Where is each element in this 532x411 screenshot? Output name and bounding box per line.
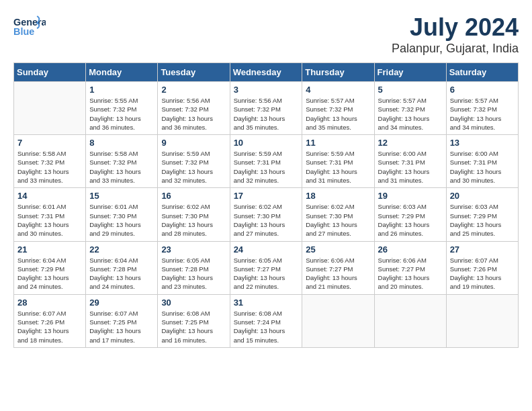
day-number: 28: [17, 298, 82, 308]
calendar-cell: 31Sunrise: 6:08 AMSunset: 7:24 PMDayligh…: [230, 294, 302, 347]
day-info: Sunrise: 6:08 AMSunset: 7:24 PMDaylight:…: [234, 309, 299, 345]
calendar-cell: 26Sunrise: 6:06 AMSunset: 7:27 PMDayligh…: [374, 241, 446, 294]
calendar-cell: 18Sunrise: 6:02 AMSunset: 7:30 PMDayligh…: [302, 188, 374, 241]
day-number: 9: [161, 138, 226, 148]
day-info: Sunrise: 6:07 AMSunset: 7:25 PMDaylight:…: [89, 309, 154, 345]
day-number: 15: [89, 191, 154, 201]
day-number: 7: [17, 138, 82, 148]
logo: General Blue: [13, 13, 46, 40]
day-number: 18: [306, 191, 370, 201]
weekday-header-row: SundayMondayTuesdayWednesdayThursdayFrid…: [14, 63, 519, 82]
calendar-cell: 28Sunrise: 6:07 AMSunset: 7:26 PMDayligh…: [14, 294, 86, 347]
day-number: 19: [378, 191, 443, 201]
calendar-cell: 5Sunrise: 5:57 AMSunset: 7:32 PMDaylight…: [374, 82, 446, 135]
day-number: 14: [17, 191, 82, 201]
day-info: Sunrise: 5:56 AMSunset: 7:32 PMDaylight:…: [234, 96, 299, 132]
calendar-cell: 14Sunrise: 6:01 AMSunset: 7:31 PMDayligh…: [14, 188, 86, 241]
day-number: 6: [450, 85, 515, 95]
day-number: 31: [234, 298, 299, 308]
calendar-cell: [374, 294, 446, 347]
day-info: Sunrise: 6:04 AMSunset: 7:29 PMDaylight:…: [17, 256, 82, 291]
day-number: 30: [161, 298, 226, 308]
day-number: 20: [450, 191, 515, 201]
day-info: Sunrise: 6:00 AMSunset: 7:31 PMDaylight:…: [378, 149, 443, 185]
day-number: 3: [234, 85, 299, 95]
calendar-cell: [14, 82, 86, 135]
day-number: 5: [378, 85, 443, 95]
week-row-2: 7Sunrise: 5:58 AMSunset: 7:32 PMDaylight…: [14, 135, 519, 188]
day-info: Sunrise: 6:00 AMSunset: 7:31 PMDaylight:…: [450, 149, 515, 185]
svg-text:General: General: [13, 17, 46, 28]
page-header: General Blue July 2024 Palanpur, Gujarat…: [13, 13, 519, 56]
calendar-cell: 13Sunrise: 6:00 AMSunset: 7:31 PMDayligh…: [446, 135, 518, 188]
calendar-cell: [302, 294, 374, 347]
day-info: Sunrise: 6:02 AMSunset: 7:30 PMDaylight:…: [306, 202, 370, 238]
calendar-cell: 11Sunrise: 5:59 AMSunset: 7:31 PMDayligh…: [302, 135, 374, 188]
day-info: Sunrise: 6:07 AMSunset: 7:26 PMDaylight:…: [450, 256, 515, 291]
day-number: 1: [89, 85, 154, 95]
day-number: 21: [17, 244, 82, 255]
day-number: 26: [378, 244, 443, 255]
day-info: Sunrise: 6:02 AMSunset: 7:30 PMDaylight:…: [234, 202, 299, 238]
day-info: Sunrise: 5:59 AMSunset: 7:31 PMDaylight:…: [306, 149, 370, 185]
calendar-cell: 30Sunrise: 6:08 AMSunset: 7:25 PMDayligh…: [158, 294, 230, 347]
week-row-1: 1Sunrise: 5:55 AMSunset: 7:32 PMDaylight…: [14, 82, 519, 135]
day-number: 17: [234, 191, 299, 201]
logo-icon: General Blue: [13, 13, 46, 40]
weekday-header-tuesday: Tuesday: [158, 63, 230, 82]
day-info: Sunrise: 6:07 AMSunset: 7:26 PMDaylight:…: [17, 309, 82, 345]
calendar-cell: 3Sunrise: 5:56 AMSunset: 7:32 PMDaylight…: [230, 82, 302, 135]
day-info: Sunrise: 6:06 AMSunset: 7:27 PMDaylight:…: [306, 256, 370, 291]
day-number: 8: [89, 138, 154, 148]
day-info: Sunrise: 6:04 AMSunset: 7:28 PMDaylight:…: [89, 256, 154, 291]
day-info: Sunrise: 6:01 AMSunset: 7:30 PMDaylight:…: [89, 202, 154, 238]
day-info: Sunrise: 6:02 AMSunset: 7:30 PMDaylight:…: [161, 202, 226, 238]
calendar-table: SundayMondayTuesdayWednesdayThursdayFrid…: [13, 62, 519, 348]
day-number: 4: [306, 85, 370, 95]
calendar-cell: 29Sunrise: 6:07 AMSunset: 7:25 PMDayligh…: [86, 294, 158, 347]
calendar-cell: 23Sunrise: 6:05 AMSunset: 7:28 PMDayligh…: [158, 241, 230, 294]
day-number: 25: [306, 244, 370, 255]
calendar-cell: 20Sunrise: 6:03 AMSunset: 7:29 PMDayligh…: [446, 188, 518, 241]
day-info: Sunrise: 5:55 AMSunset: 7:32 PMDaylight:…: [89, 96, 154, 132]
calendar-cell: 21Sunrise: 6:04 AMSunset: 7:29 PMDayligh…: [14, 241, 86, 294]
svg-text:Blue: Blue: [13, 26, 34, 37]
day-number: 24: [234, 244, 299, 255]
calendar-cell: 15Sunrise: 6:01 AMSunset: 7:30 PMDayligh…: [86, 188, 158, 241]
weekday-header-saturday: Saturday: [446, 63, 518, 82]
day-info: Sunrise: 5:59 AMSunset: 7:32 PMDaylight:…: [161, 149, 226, 185]
day-info: Sunrise: 5:58 AMSunset: 7:32 PMDaylight:…: [17, 149, 82, 185]
calendar-cell: 6Sunrise: 5:57 AMSunset: 7:32 PMDaylight…: [446, 82, 518, 135]
week-row-3: 14Sunrise: 6:01 AMSunset: 7:31 PMDayligh…: [14, 188, 519, 241]
calendar-cell: 12Sunrise: 6:00 AMSunset: 7:31 PMDayligh…: [374, 135, 446, 188]
day-number: 27: [450, 244, 515, 255]
day-info: Sunrise: 6:08 AMSunset: 7:25 PMDaylight:…: [161, 309, 226, 345]
weekday-header-sunday: Sunday: [14, 63, 86, 82]
day-info: Sunrise: 6:05 AMSunset: 7:27 PMDaylight:…: [234, 256, 299, 291]
day-info: Sunrise: 6:05 AMSunset: 7:28 PMDaylight:…: [161, 256, 226, 291]
day-info: Sunrise: 6:03 AMSunset: 7:29 PMDaylight:…: [378, 202, 443, 238]
weekday-header-thursday: Thursday: [302, 63, 374, 82]
day-number: 16: [161, 191, 226, 201]
calendar-cell: 24Sunrise: 6:05 AMSunset: 7:27 PMDayligh…: [230, 241, 302, 294]
calendar-cell: 9Sunrise: 5:59 AMSunset: 7:32 PMDaylight…: [158, 135, 230, 188]
day-info: Sunrise: 5:57 AMSunset: 7:32 PMDaylight:…: [378, 96, 443, 132]
week-row-4: 21Sunrise: 6:04 AMSunset: 7:29 PMDayligh…: [14, 241, 519, 294]
day-number: 22: [89, 244, 154, 255]
day-info: Sunrise: 5:58 AMSunset: 7:32 PMDaylight:…: [89, 149, 154, 185]
calendar-cell: 16Sunrise: 6:02 AMSunset: 7:30 PMDayligh…: [158, 188, 230, 241]
day-info: Sunrise: 5:57 AMSunset: 7:32 PMDaylight:…: [450, 96, 515, 132]
day-number: 11: [306, 138, 370, 148]
day-info: Sunrise: 6:03 AMSunset: 7:29 PMDaylight:…: [450, 202, 515, 238]
day-number: 10: [234, 138, 299, 148]
weekday-header-friday: Friday: [374, 63, 446, 82]
day-info: Sunrise: 5:57 AMSunset: 7:32 PMDaylight:…: [306, 96, 370, 132]
day-number: 23: [161, 244, 226, 255]
calendar-cell: 4Sunrise: 5:57 AMSunset: 7:32 PMDaylight…: [302, 82, 374, 135]
calendar-cell: 2Sunrise: 5:56 AMSunset: 7:32 PMDaylight…: [158, 82, 230, 135]
calendar-cell: 10Sunrise: 5:59 AMSunset: 7:31 PMDayligh…: [230, 135, 302, 188]
day-number: 12: [378, 138, 443, 148]
calendar-cell: 17Sunrise: 6:02 AMSunset: 7:30 PMDayligh…: [230, 188, 302, 241]
day-number: 13: [450, 138, 515, 148]
calendar-cell: 8Sunrise: 5:58 AMSunset: 7:32 PMDaylight…: [86, 135, 158, 188]
